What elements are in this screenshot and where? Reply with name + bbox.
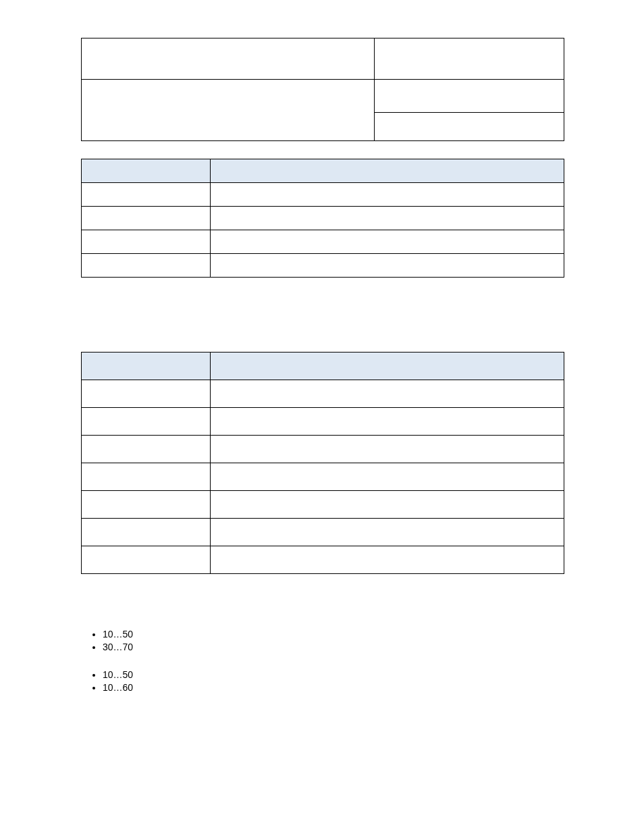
list-block-2: 10…50 10…60 <box>90 669 563 694</box>
table-3-cell-b <box>211 436 564 463</box>
table-3-cell-a <box>82 519 211 546</box>
table-2-cell-a <box>82 254 211 277</box>
table-2-cell-b <box>211 207 564 230</box>
table-1-cell-right-sub <box>375 113 564 140</box>
table-1-cell-right-sub <box>375 80 564 113</box>
table-2-cell-a <box>82 230 211 253</box>
table-1-cell-right-group <box>375 80 564 140</box>
list-item: 10…50 <box>103 628 563 641</box>
list-block-1: 10…50 30…70 <box>90 628 563 654</box>
table-3-cell-a <box>82 408 211 435</box>
table-3-cell-a <box>82 491 211 518</box>
table-2 <box>81 159 564 278</box>
bullet-list: 10…50 10…60 <box>90 669 563 694</box>
table-2-header-col-a <box>82 159 211 182</box>
table-3-header-col-b <box>211 353 564 380</box>
table-3-header <box>82 353 564 380</box>
table-1-cell-right <box>375 38 564 80</box>
list-item: 10…50 <box>103 669 563 681</box>
table-3-cell-b <box>211 546 564 573</box>
table-3-row <box>82 546 564 573</box>
list-item: 30…70 <box>103 641 563 654</box>
table-2-row <box>82 207 564 230</box>
table-2-cell-b <box>211 230 564 253</box>
table-3-cell-b <box>211 519 564 546</box>
table-2-cell-b <box>211 183 564 206</box>
table-3-cell-b <box>211 491 564 518</box>
table-3-cell-a <box>82 380 211 407</box>
table-1-cell-left <box>82 80 375 140</box>
table-3-cell-a <box>82 546 211 573</box>
bullet-list: 10…50 30…70 <box>90 628 563 654</box>
table-3-row <box>82 408 564 436</box>
table-3-cell-b <box>211 408 564 435</box>
table-2-cell-a <box>82 207 211 230</box>
table-2-cell-a <box>82 183 211 206</box>
lists-section: 10…50 30…70 10…50 10…60 <box>90 628 563 694</box>
table-3-header-col-a <box>82 353 211 380</box>
table-2-row <box>82 254 564 277</box>
table-1-cell-left <box>82 38 375 80</box>
document-page: 10…50 30…70 10…50 10…60 <box>0 0 644 834</box>
table-2-header <box>82 159 564 183</box>
table-3-cell-b <box>211 380 564 407</box>
table-3-cell-b <box>211 463 564 490</box>
list-item: 10…60 <box>103 681 563 694</box>
table-2-row <box>82 230 564 254</box>
table-2-row <box>82 183 564 207</box>
table-1-row <box>82 38 564 80</box>
table-2-header-col-b <box>211 159 564 182</box>
table-3-row <box>82 436 564 463</box>
table-3-cell-a <box>82 436 211 463</box>
table-2-cell-b <box>211 254 564 277</box>
table-1 <box>81 38 564 141</box>
table-3-row <box>82 519 564 546</box>
table-3 <box>81 352 564 574</box>
table-3-row <box>82 380 564 408</box>
table-1-row <box>82 80 564 140</box>
table-3-row <box>82 491 564 519</box>
table-3-cell-a <box>82 463 211 490</box>
table-3-row <box>82 463 564 491</box>
